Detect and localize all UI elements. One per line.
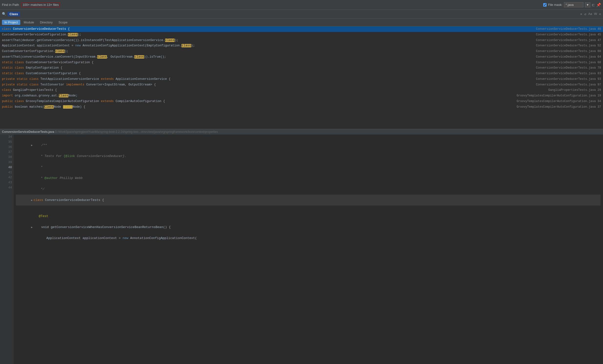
result-code: CustomConverterConfiguration.class); bbox=[2, 49, 511, 54]
result-code: public class GroovyTemplatesCompilerAuto… bbox=[2, 99, 511, 104]
file-path-filename: ConversionServiceDeducerTests.java bbox=[2, 130, 54, 134]
results-panel: class ConversionServiceDeducerTests { Co… bbox=[0, 26, 603, 129]
file-mask-checkbox[interactable] bbox=[543, 3, 546, 7]
result-file: ConversionServiceDeducerTests.java 78 bbox=[516, 66, 601, 70]
search-term: Class bbox=[8, 12, 20, 16]
result-file: ConversionServiceDeducerTests.java 83 bbox=[516, 71, 601, 76]
code-line-38: * @author Phillip Webb bbox=[16, 173, 601, 183]
result-code: CustomConverterServiceConfiguration.clas… bbox=[2, 33, 511, 37]
match-case-icon[interactable]: Aa bbox=[588, 12, 592, 16]
table-row[interactable]: static class EmptyConfiguration { Conver… bbox=[0, 65, 603, 71]
result-file: ConversionServiceDeducerTests.java 40 bbox=[516, 27, 601, 31]
code-line-39: */ bbox=[16, 183, 601, 194]
line-num-34: 34 bbox=[1, 135, 12, 140]
table-row[interactable]: assertThat(conversionService.canConvert(… bbox=[0, 54, 603, 60]
line-num-40: 40 bbox=[1, 165, 12, 170]
result-file: ConversionServiceDeducerTests.java 60 bbox=[516, 49, 601, 54]
code-line-34 bbox=[16, 135, 601, 140]
refresh-icon[interactable]: ↺ bbox=[584, 12, 586, 16]
code-line-37: * bbox=[16, 162, 601, 173]
code-line-40: ▶class ConversionServiceDeducerTests { bbox=[16, 194, 601, 205]
result-code: class GangliaPropertiesTests { bbox=[2, 88, 511, 92]
find-in-path-label: Find in Path bbox=[2, 3, 19, 7]
table-row[interactable]: class ConversionServiceDeducerTests { Co… bbox=[0, 26, 603, 32]
table-row[interactable]: CustomConverterConfiguration.class); Con… bbox=[0, 49, 603, 54]
result-file: GroovyTemplatesCompilerAutoConfiguration… bbox=[516, 99, 601, 103]
table-row[interactable]: ApplicationContext applicationContext = … bbox=[0, 43, 603, 49]
line-num-44: 44 bbox=[1, 185, 12, 190]
code-content: ▶ /** * Tests for {@link ConversionServi… bbox=[13, 135, 603, 364]
result-code: private static class TestConvertor imple… bbox=[2, 82, 511, 87]
line-num-36: 36 bbox=[1, 145, 12, 150]
search-row: 🔍 Class ✕ ↺ Aa W ✕ bbox=[0, 10, 603, 19]
table-row[interactable]: public boolean matches(ClassNode classNo… bbox=[0, 104, 603, 110]
result-code: import org.codehaus.groovy.ast.ClassNode… bbox=[2, 93, 511, 98]
line-num-38: 38 bbox=[1, 155, 12, 160]
result-file: GroovyTemplatesCompilerAutoConfiguration… bbox=[516, 93, 601, 98]
match-count-badge: 100+ matches in 13+ files bbox=[21, 2, 60, 7]
result-file: ConversionServiceDeducerTests.java 52 bbox=[516, 44, 601, 48]
line-numbers-gutter: 34 35 36 37 38 39 40 41 42 43 44 bbox=[0, 135, 13, 364]
result-file: ConversionServiceDeducerTests.java 64 bbox=[516, 55, 601, 59]
file-mask-input[interactable] bbox=[564, 2, 583, 7]
code-view-area: 34 35 36 37 38 39 40 41 42 43 44 ▶ /** *… bbox=[0, 135, 603, 364]
line-num-43: 43 bbox=[1, 180, 12, 185]
result-file: ConversionServiceDeducerTests.java 93 bbox=[516, 77, 601, 81]
result-code: ApplicationContext applicationContext = … bbox=[2, 44, 511, 48]
table-row[interactable]: import org.codehaus.groovy.ast.ClassNode… bbox=[0, 93, 603, 99]
search-icon: 🔍 bbox=[2, 12, 6, 16]
file-path-path: D:/WorkSpace/springbootYuanMa/spring-boo… bbox=[55, 130, 218, 134]
whole-word-icon[interactable]: W bbox=[594, 12, 597, 16]
result-file: ConversionServiceDeducerTests.java 97 bbox=[516, 82, 601, 87]
result-file: ConversionServiceDeducerTests.java 68 bbox=[516, 60, 601, 65]
line-num-35: 35 bbox=[1, 140, 12, 145]
result-file: GangliaPropertiesTests.java 29 bbox=[516, 88, 601, 92]
code-line-44: ApplicationContext applicationContext = … bbox=[16, 233, 601, 244]
result-code: static class CustomConverterConfiguratio… bbox=[2, 71, 511, 76]
result-code: static class CustomConverterServiceConfi… bbox=[2, 60, 511, 65]
result-file: ConversionServiceDeducerTests.java 45 bbox=[516, 33, 601, 37]
code-line-41 bbox=[16, 205, 601, 211]
result-code: assertThat(deducer.getConversionService(… bbox=[2, 38, 511, 43]
file-mask-area: File mask: ▼ ⊏ 📌 bbox=[543, 2, 601, 7]
table-row[interactable]: static class CustomConverterConfiguratio… bbox=[0, 71, 603, 76]
code-line-35: ▶ /** bbox=[16, 140, 601, 151]
result-code: public boolean matches(ClassNode classNo… bbox=[2, 105, 511, 109]
fold-icon-40[interactable]: ▶ bbox=[31, 199, 33, 202]
result-file: ConversionServiceDeducerTests.java 47 bbox=[516, 38, 601, 43]
result-code: class ConversionServiceDeducerTests { bbox=[2, 27, 511, 32]
tabs-row: In Project Module Directory Scope bbox=[0, 19, 603, 26]
result-code: private static class TestApplicationConv… bbox=[2, 77, 511, 81]
filter-icon[interactable]: ⊏ bbox=[592, 3, 595, 7]
line-num-42: 42 bbox=[1, 175, 12, 180]
tab-directory[interactable]: Directory bbox=[38, 20, 55, 25]
line-num-41: 41 bbox=[1, 170, 12, 175]
line-num-39: 39 bbox=[1, 160, 12, 165]
result-file: GroovyTemplatesCompilerAutoConfiguration… bbox=[516, 105, 601, 109]
tab-in-project[interactable]: In Project bbox=[2, 20, 20, 25]
fold-icon-35[interactable]: ▶ bbox=[31, 144, 33, 147]
table-row[interactable]: public class GroovyTemplatesCompilerAuto… bbox=[0, 99, 603, 104]
result-code: assertThat(conversionService.canConvert(… bbox=[2, 55, 511, 59]
table-row[interactable]: private static class TestConvertor imple… bbox=[0, 82, 603, 88]
code-line-36: * Tests for {@link ConversionServiceDedu… bbox=[16, 151, 601, 162]
tab-scope[interactable]: Scope bbox=[56, 20, 70, 25]
close2-icon[interactable]: ✕ bbox=[599, 12, 601, 16]
find-in-path-header: Find in Path 100+ matches in 13+ files F… bbox=[0, 0, 603, 10]
table-row[interactable]: CustomConverterServiceConfiguration.clas… bbox=[0, 32, 603, 38]
file-path-bar: ConversionServiceDeducerTests.java D:/Wo… bbox=[0, 129, 603, 135]
table-row[interactable]: assertThat(deducer.getConversionService(… bbox=[0, 38, 603, 43]
close-icon[interactable]: ✕ bbox=[580, 12, 582, 16]
file-mask-dropdown[interactable]: ▼ bbox=[585, 2, 590, 7]
code-line-43: ▶ void getConversionServiceWhenHasConver… bbox=[16, 222, 601, 233]
line-num-37: 37 bbox=[1, 150, 12, 155]
table-row[interactable]: private static class TestApplicationConv… bbox=[0, 76, 603, 82]
pin-icon[interactable]: 📌 bbox=[596, 3, 601, 7]
table-row[interactable]: class GangliaPropertiesTests { GangliaPr… bbox=[0, 87, 603, 93]
tab-module[interactable]: Module bbox=[21, 20, 37, 25]
fold-icon-43[interactable]: ▶ bbox=[31, 226, 33, 229]
file-mask-label: File mask: bbox=[548, 3, 562, 7]
code-line-42: @Test bbox=[16, 211, 601, 222]
search-actions: ✕ ↺ Aa W ✕ bbox=[580, 12, 601, 16]
table-row[interactable]: static class CustomConverterServiceConfi… bbox=[0, 60, 603, 65]
